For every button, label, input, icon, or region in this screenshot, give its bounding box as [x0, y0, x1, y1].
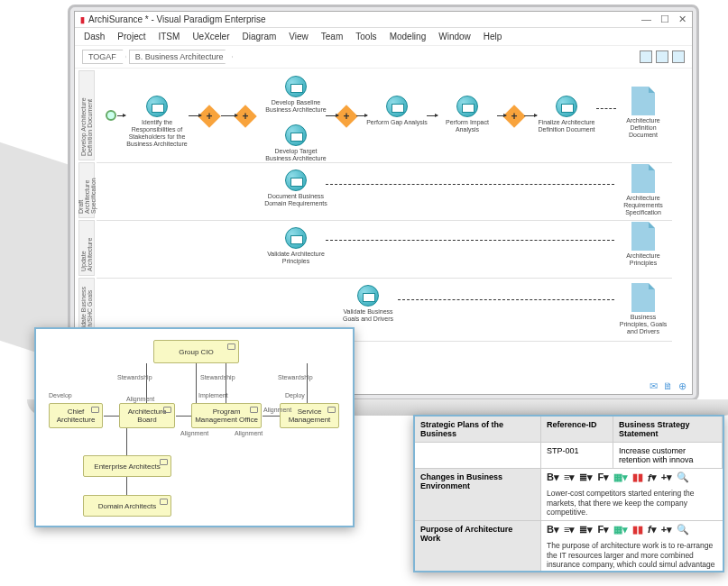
- task-impact[interactable]: Perform Impact Analysis: [436, 96, 499, 133]
- layout-icon[interactable]: [656, 50, 668, 63]
- rich-toolbar-1: B▾ ≡▾ ≣▾ F▾ ▦▾ ▮▮ f▾ +▾ 🔍: [541, 469, 723, 486]
- th-changes: Changes in Business Environment: [415, 469, 541, 520]
- crumb-togaf[interactable]: TOGAF: [82, 50, 126, 64]
- lbl-align3: Alignment: [235, 430, 263, 436]
- doc-spec[interactable]: Architecture Requirements Specification: [616, 164, 670, 216]
- table-icon[interactable]: ▦▾: [613, 524, 628, 536]
- th-ref: Reference-ID: [541, 417, 613, 442]
- doc-goals[interactable]: Business Principles, Goals and Drivers: [616, 283, 670, 335]
- lbl-stew3: Stewardship: [278, 374, 313, 380]
- lbl-align2: Alignment: [180, 430, 208, 436]
- window-title: ArchiSurance * - Visual Paradigm Enterpr…: [88, 14, 641, 24]
- align-icon[interactable]: ≡▾: [564, 472, 575, 483]
- minimize-icon[interactable]: —: [641, 14, 651, 25]
- chart-icon[interactable]: ▮▮: [632, 524, 643, 536]
- nav-icon[interactable]: [640, 50, 652, 63]
- task-finalize[interactable]: Finalize Architecture Definition Documen…: [535, 96, 598, 133]
- box-group-cio[interactable]: Group CIO: [153, 340, 239, 363]
- box-arch-board[interactable]: Architecture Board: [119, 403, 175, 428]
- task-document[interactable]: Document Business Domain Requirements: [264, 169, 327, 207]
- box-domain-arch[interactable]: Domain Architects: [83, 495, 171, 517]
- th-stmt: Business Strategy Statement: [613, 417, 723, 442]
- task-identify[interactable]: Identify the Responsibilities of Stakeho…: [125, 96, 189, 148]
- list-icon[interactable]: ≣▾: [579, 472, 593, 483]
- close-icon[interactable]: ✕: [678, 14, 687, 25]
- maximize-icon[interactable]: ☐: [660, 14, 669, 25]
- menu-dash[interactable]: Dash: [84, 32, 105, 41]
- org-diagram-panel: Group CIO Chief Architecture Architectur…: [34, 327, 355, 527]
- doc-principles[interactable]: Architecture Principles: [616, 222, 670, 267]
- task-baseline[interactable]: Develop Baseline Business Architecture: [264, 76, 327, 114]
- binoc-icon[interactable]: 🔍: [677, 524, 689, 536]
- doc-add[interactable]: Architecture Definition Document: [616, 87, 670, 139]
- task-target[interactable]: Develop Target Business Architecture: [264, 124, 327, 162]
- menu-bar: Dash Project ITSM UeXceler Diagram View …: [75, 28, 692, 46]
- fx-icon[interactable]: f▾: [648, 472, 657, 483]
- menu-itsm[interactable]: ITSM: [158, 32, 180, 41]
- target-icon[interactable]: ⊕: [678, 380, 687, 392]
- lane-3-label: Update Architecture: [80, 221, 93, 275]
- lbl-deploy: Deploy: [285, 392, 305, 398]
- menu-view[interactable]: View: [289, 32, 309, 41]
- task-validate-principles[interactable]: Validate Architecture Principles: [264, 227, 327, 265]
- lbl-align4: Alignment: [263, 407, 291, 413]
- fx-icon[interactable]: f▾: [648, 524, 657, 536]
- lbl-stew1: Stewardship: [117, 374, 152, 380]
- title-bar: ▮ ArchiSurance * - Visual Paradigm Enter…: [75, 12, 692, 28]
- menu-diagram[interactable]: Diagram: [243, 32, 277, 41]
- mail-icon[interactable]: ✉: [650, 380, 658, 392]
- td-stmt: Increase customer retention with innova: [613, 443, 723, 468]
- task-validate-goals[interactable]: Validate Business Goals and Drivers: [336, 285, 400, 323]
- list-icon[interactable]: ≣▾: [579, 524, 593, 536]
- menu-project[interactable]: Project: [117, 32, 145, 41]
- menu-team[interactable]: Team: [321, 32, 343, 41]
- chart-icon[interactable]: ▮▮: [632, 472, 643, 483]
- th-plans: Strategic Plans of the Business: [415, 417, 541, 442]
- lane-2-label: Draft Architecture Specification: [78, 163, 97, 217]
- breadcrumb: TOGAF B. Business Architecture: [75, 46, 692, 69]
- align-icon[interactable]: ≡▾: [564, 524, 575, 536]
- lbl-dev: Develop: [49, 392, 72, 398]
- lane-1-label: Develop Architecture Definition Document: [80, 71, 93, 160]
- menu-window[interactable]: Window: [438, 32, 471, 41]
- th-purpose: Purpose of Architecture Work: [415, 521, 541, 572]
- note-icon[interactable]: 🗎: [663, 380, 673, 392]
- menu-modeling[interactable]: Modeling: [390, 32, 427, 41]
- grid-icon[interactable]: [672, 50, 685, 63]
- td-ref: STP-001: [541, 443, 613, 468]
- box-ent-arch[interactable]: Enterprise Architects: [83, 455, 171, 477]
- lbl-stew2: Stewardship: [200, 374, 235, 380]
- lbl-impl: Implement: [198, 392, 228, 398]
- box-pmo[interactable]: Program Management Office: [191, 403, 262, 428]
- menu-tools[interactable]: Tools: [355, 32, 376, 41]
- task-gap[interactable]: Perform Gap Analysis: [365, 96, 429, 126]
- td-changes-text[interactable]: Lower-cost competitors started entering …: [541, 486, 723, 520]
- font-icon[interactable]: F▾: [597, 472, 609, 483]
- plus-icon[interactable]: +▾: [661, 472, 672, 483]
- lbl-align1: Alignment: [126, 396, 154, 402]
- font-icon[interactable]: F▾: [597, 524, 609, 536]
- table-icon[interactable]: ▦▾: [613, 472, 628, 483]
- binoc-icon[interactable]: 🔍: [677, 472, 689, 483]
- bold-icon[interactable]: B▾: [547, 472, 559, 483]
- box-chief-arch[interactable]: Chief Architecture: [49, 403, 103, 428]
- toolbar-icons: [640, 50, 685, 63]
- crumb-phase[interactable]: B. Business Architecture: [129, 50, 234, 64]
- table-panel: Strategic Plans of the Business Referenc…: [413, 415, 724, 572]
- rich-toolbar-2: B▾ ≡▾ ≣▾ F▾ ▦▾ ▮▮ f▾ +▾ 🔍: [541, 521, 723, 538]
- menu-uexceler[interactable]: UeXceler: [192, 32, 229, 41]
- status-icons: ✉ 🗎 ⊕: [650, 380, 687, 392]
- menu-help[interactable]: Help: [484, 32, 502, 41]
- plus-icon[interactable]: +▾: [661, 524, 672, 536]
- start-event[interactable]: [106, 110, 116, 121]
- vp-logo-icon: ▮: [80, 15, 85, 24]
- td-purpose-text[interactable]: The purpose of architecture work is to r…: [541, 538, 723, 572]
- bold-icon[interactable]: B▾: [547, 524, 559, 536]
